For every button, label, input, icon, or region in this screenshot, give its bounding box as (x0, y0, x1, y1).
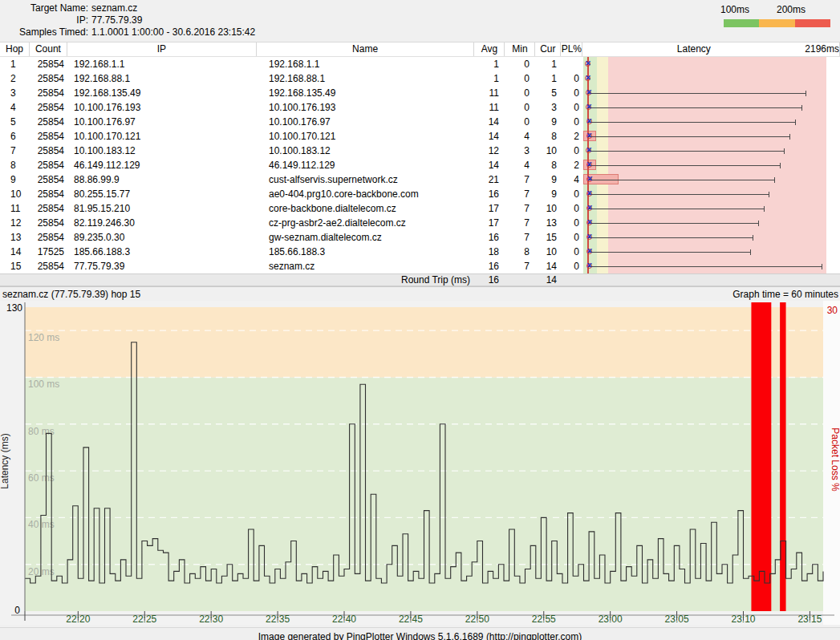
latency-mini-graph: ✕ (583, 100, 840, 115)
marker-x-icon: ✕ (585, 146, 593, 155)
col-header-cur[interactable]: Cur (535, 43, 561, 56)
max-latency-whisker (588, 237, 753, 238)
x-tick-label: 22:20 (66, 614, 90, 625)
x-tick-label: 22:35 (266, 614, 290, 625)
latency-mini-graph: ✕ (583, 57, 840, 71)
col-header-pl[interactable]: PL% (561, 43, 582, 56)
x-tick-label: 22:45 (399, 614, 423, 625)
packet-loss-max-label: 30 (827, 305, 838, 316)
latency-band (597, 71, 608, 86)
table-row-hop-1[interactable]: 125854192.168.1.1192.168.1.1101✕ (0, 57, 840, 71)
x-tick-label: 23:05 (665, 614, 689, 625)
max-latency-tick (795, 119, 796, 125)
table-row-hop-9[interactable]: 92585488.86.99.9cust-alfservis.supernetw… (0, 172, 840, 187)
avg-latency-marker-icon: ✕ (584, 75, 592, 83)
latency-scale-max-label: 2196ms (805, 43, 839, 56)
col-header-latency[interactable]: Latency 2196ms (582, 43, 840, 56)
col-header-name[interactable]: Name (257, 43, 475, 56)
avg-latency-marker-icon: ✕ (586, 262, 594, 270)
table-row-hop-7[interactable]: 72585410.100.183.1210.100.183.12123100✕ (0, 144, 840, 158)
latency-mini-graph: ✕ (583, 245, 840, 259)
avg-latency-marker-icon: ✕ (586, 132, 594, 140)
trace-table: Hop Count IP Name Avg Min Cur PL% Latenc… (0, 42, 840, 287)
marker-x-icon: ✕ (586, 233, 594, 241)
max-latency-whisker (588, 194, 769, 195)
max-latency-whisker (588, 93, 806, 94)
round-trip-cur: 14 (536, 274, 562, 286)
graph-header: seznam.cz (77.75.79.39) hop 15 Graph tim… (0, 289, 840, 301)
samples-timed-label: Samples Timed: (0, 26, 91, 38)
max-latency-whisker (588, 223, 758, 224)
col-header-avg[interactable]: Avg (474, 43, 505, 56)
avg-latency-marker-icon: ✕ (586, 176, 594, 184)
marker-x-icon: ✕ (586, 218, 594, 227)
table-row-hop-2[interactable]: 225854192.168.88.1192.168.88.11010✕ (0, 71, 840, 86)
legend-color-bar (724, 19, 830, 27)
legend-green-segment (724, 19, 759, 27)
max-latency-whisker (588, 209, 764, 209)
max-latency-tick (774, 177, 775, 183)
max-latency-tick (769, 192, 769, 197)
table-row-hop-10[interactable]: 102585480.255.15.77ae0-404.prg10.core-ba… (0, 187, 840, 201)
avg-latency-marker-icon: ✕ (586, 190, 594, 198)
max-latency-tick (753, 235, 753, 241)
legend-orange-segment (759, 19, 794, 27)
max-latency-whisker (588, 107, 801, 108)
table-row-hop-15[interactable]: 152585477.75.79.39seznam.cz167140✕ (0, 259, 840, 273)
marker-x-icon: ✕ (586, 132, 594, 140)
marker-x-icon: ✕ (585, 88, 593, 97)
latency-mini-graph: ✕ (583, 129, 840, 144)
marker-x-icon: ✕ (586, 175, 594, 184)
max-latency-tick (789, 134, 790, 140)
latency-time-graph[interactable]: 20 ms40 ms60 ms80 ms100 ms120 ms22:2022:… (0, 301, 840, 625)
packet-loss-bar (751, 302, 771, 611)
table-row-hop-8[interactable]: 82585446.149.112.12946.149.112.12914482✕ (0, 158, 840, 172)
max-latency-tick (780, 163, 781, 168)
table-row-hop-5[interactable]: 52585410.100.176.9710.100.176.9714090✕ (0, 115, 840, 129)
latency-mini-graph: ✕ (583, 259, 840, 273)
col-header-ip[interactable]: IP (67, 43, 257, 56)
x-tick-label: 22:50 (465, 614, 489, 625)
max-latency-tick (758, 221, 759, 226)
max-latency-tick (764, 206, 765, 212)
table-row-hop-3[interactable]: 325854192.168.135.49192.168.135.4911050✕ (0, 86, 840, 100)
table-row-hop-4[interactable]: 42585410.100.176.19310.100.176.19311030✕ (0, 100, 840, 115)
marker-x-icon: ✕ (586, 189, 594, 198)
col-header-count[interactable]: Count (30, 43, 67, 56)
avg-latency-marker-icon: ✕ (586, 248, 594, 256)
max-latency-whisker (588, 151, 784, 152)
max-latency-whisker (588, 122, 795, 123)
latency-mini-graph: ✕ (583, 71, 840, 86)
avg-latency-marker-icon: ✕ (586, 205, 594, 213)
col-header-hop[interactable]: Hop (0, 43, 30, 56)
marker-x-icon: ✕ (584, 74, 592, 83)
grid-label: 120 ms (28, 332, 59, 343)
x-tick-label: 22:55 (532, 614, 556, 625)
pingplotter-window: Target Name: seznam.cz IP: 77.75.79.39 S… (0, 0, 840, 640)
table-row-hop-12[interactable]: 122585482.119.246.30cz-prg-asbr2-ae2.dia… (0, 216, 840, 230)
latency-header-title: Latency (582, 43, 805, 56)
table-row-hop-13[interactable]: 132585489.235.0.30gw-seznam.dialtelecom.… (0, 230, 840, 245)
x-tick-label: 22:30 (199, 614, 223, 625)
table-row-hop-6[interactable]: 62585410.100.170.12110.100.170.12114482✕ (0, 129, 840, 144)
latency-axis-label: Latency (ms) (0, 433, 10, 488)
packet-loss-bar (780, 302, 785, 611)
latency-mini-graph: ✕ (583, 158, 840, 172)
table-row-hop-11[interactable]: 112585481.95.15.210core-backbone.dialtel… (0, 201, 840, 216)
target-name-label: Target Name: (0, 2, 91, 14)
col-header-min[interactable]: Min (505, 43, 535, 56)
trace-table-header: Hop Count IP Name Avg Min Cur PL% Latenc… (0, 43, 840, 57)
y-min-label: 0 (14, 605, 20, 616)
avg-latency-marker-icon: ✕ (586, 219, 594, 227)
avg-latency-marker-icon: ✕ (586, 118, 594, 126)
max-latency-whisker (588, 180, 774, 180)
grid-label: 100 ms (28, 379, 59, 390)
latency-zone (25, 307, 823, 377)
avg-latency-marker-icon: ✕ (586, 233, 594, 241)
packet-loss-axis-label: Packet Loss % (830, 427, 840, 492)
table-row-hop-14[interactable]: 1417525185.66.188.3185.66.188.3188100✕ (0, 245, 840, 259)
max-latency-whisker (588, 165, 780, 166)
marker-x-icon: ✕ (586, 160, 594, 169)
latency-mini-graph: ✕ (583, 86, 840, 100)
max-latency-tick (806, 91, 806, 96)
